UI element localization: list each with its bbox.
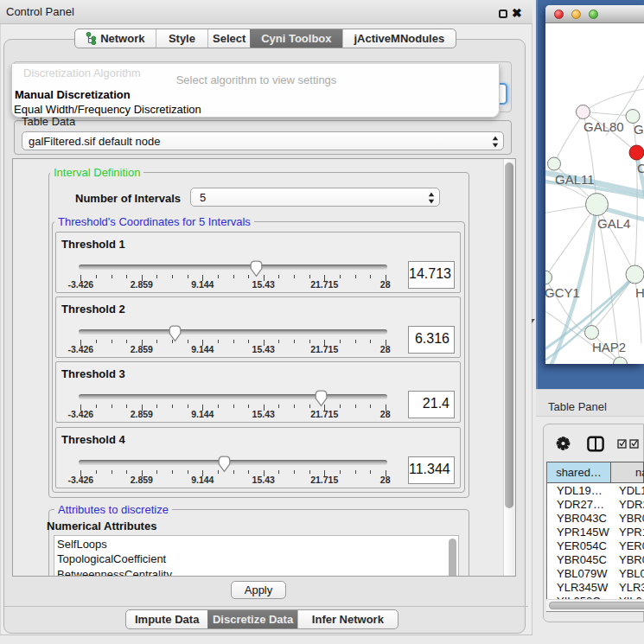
svg-text:GCY1: GCY1	[545, 285, 580, 300]
svg-text:CA: CA	[637, 161, 644, 175]
svg-text:HAP2: HAP2	[592, 340, 626, 354]
svg-text:GA: GA	[634, 122, 644, 137]
svg-text:GAL80: GAL80	[583, 119, 624, 134]
svg-text:GAL11: GAL11	[555, 172, 595, 187]
svg-text:HA: HA	[635, 285, 644, 300]
svg-text:GAL4: GAL4	[597, 216, 630, 231]
